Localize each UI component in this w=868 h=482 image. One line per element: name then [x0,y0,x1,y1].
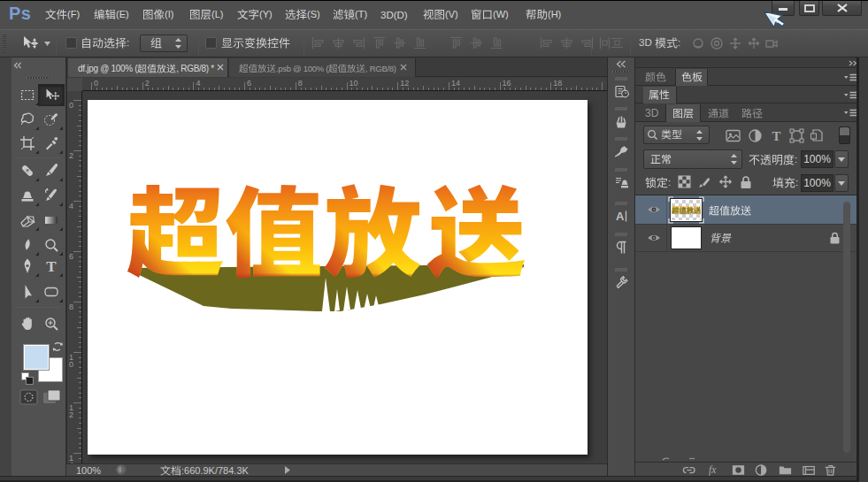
svg-text:T: T [46,258,57,274]
svg-text:fx: fx [709,464,716,476]
svg-text:T: T [772,129,780,143]
svg-text:A: A [616,210,625,223]
